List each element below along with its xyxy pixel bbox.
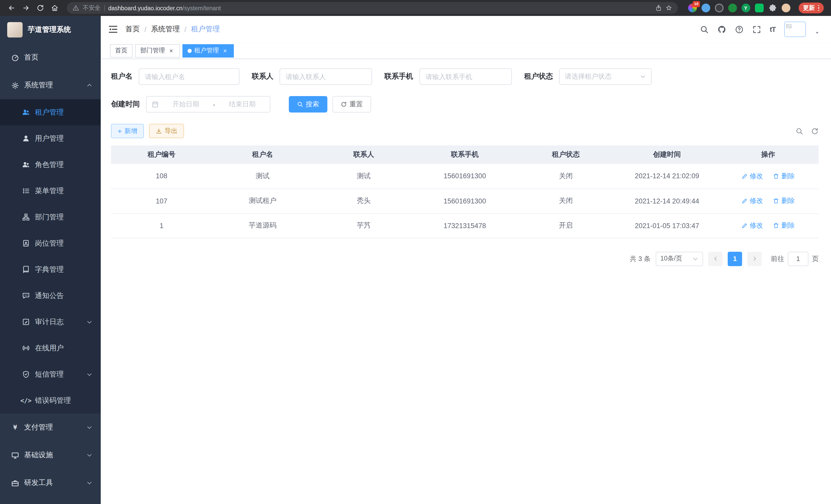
status-select[interactable]: 请选择租户状态	[559, 68, 652, 85]
sidebar-item-infra[interactable]: 基础设施	[0, 441, 101, 469]
tab-close-icon[interactable]: ×	[168, 47, 175, 54]
caret-down-icon[interactable]	[814, 30, 820, 35]
reset-button[interactable]: 重置	[333, 96, 371, 113]
sidebar-item-pay[interactable]: ¥ 支付管理	[0, 414, 101, 441]
tab-dept[interactable]: 部门管理 ×	[135, 44, 180, 57]
dashboard-icon	[11, 54, 19, 61]
page-size-select[interactable]: 10条/页	[656, 251, 703, 266]
extension-green-icon[interactable]	[728, 4, 737, 12]
github-icon[interactable]	[717, 25, 726, 34]
bookmark-star-icon[interactable]	[665, 5, 672, 11]
profile-avatar-icon[interactable]	[781, 4, 790, 12]
page-number-1[interactable]: 1	[728, 251, 742, 266]
chevron-down-icon	[86, 319, 92, 325]
goto-input[interactable]	[788, 251, 808, 266]
sidebar-item-sms[interactable]: 短信管理	[0, 361, 101, 387]
sidebar-item-dev-tool[interactable]: 研发工具	[0, 469, 101, 497]
message-bubble-icon	[22, 292, 30, 299]
breadcrumb-item-home[interactable]: 首页	[125, 25, 140, 34]
cell-name: 芋道源码	[212, 213, 313, 238]
browser-home-icon[interactable]	[48, 2, 61, 14]
fullscreen-icon[interactable]	[752, 25, 761, 34]
pencil-icon	[741, 198, 747, 204]
date-range-picker[interactable]: 开始日期 - 结束日期	[146, 96, 270, 113]
edit-link[interactable]: 修改	[741, 221, 763, 230]
date-end-placeholder[interactable]: 结束日期	[220, 100, 265, 109]
tenant-name-input[interactable]	[139, 68, 239, 85]
filter-row-2: 创建时间 开始日期 - 结束日期 搜索 重置	[111, 96, 819, 113]
filter-row-1: 租户名 联系人 联系手机 租户状态 请选择租户状态	[111, 68, 819, 85]
share-icon[interactable]	[655, 5, 662, 11]
browser-menu-icon[interactable]	[818, 5, 819, 11]
sidebar-toggle-icon[interactable]	[108, 24, 118, 34]
filter-mobile: 联系手机	[384, 68, 512, 85]
pencil-icon	[741, 223, 747, 229]
security-label[interactable]: 不安全	[83, 4, 101, 12]
export-button[interactable]: 导出	[149, 124, 184, 138]
status-label: 租户状态	[524, 72, 553, 81]
user-icon	[22, 135, 30, 142]
edit-link[interactable]: 修改	[741, 172, 763, 181]
extension-chat-icon[interactable]	[755, 4, 764, 12]
delete-link[interactable]: 删除	[773, 196, 795, 206]
sidebar: 芋道管理系统 首页 系统管理 租户管理	[0, 16, 101, 504]
sidebar-item-tenant[interactable]: 租户管理	[0, 99, 101, 125]
delete-link[interactable]: 删除	[773, 172, 795, 181]
extension-rainbow-icon[interactable]: 10	[688, 4, 697, 12]
sidebar-item-error-code[interactable]: </> 错误码管理	[0, 387, 101, 414]
add-button[interactable]: + 新增	[111, 124, 144, 138]
cell-status: 开启	[515, 213, 617, 238]
extension-blue-icon[interactable]	[701, 4, 710, 12]
edit-link[interactable]: 修改	[741, 196, 763, 206]
sidebar-item-audit-log[interactable]: 审计日志	[0, 309, 101, 335]
extension-dark-icon[interactable]	[715, 4, 723, 12]
date-start-placeholder[interactable]: 开始日期	[164, 100, 208, 109]
sidebar-item-home[interactable]: 首页	[0, 44, 101, 71]
contact-input[interactable]	[280, 68, 372, 85]
prev-page-button[interactable]	[708, 251, 722, 266]
search-icon[interactable]	[700, 25, 709, 34]
extension-y-icon[interactable]: Y	[741, 4, 750, 12]
sidebar-item-system[interactable]: 系统管理	[0, 71, 101, 99]
tab-home[interactable]: 首页	[110, 44, 133, 57]
column-header-actions: 操作	[717, 145, 819, 164]
broadcast-icon	[22, 344, 30, 352]
update-button[interactable]: 更新	[798, 3, 824, 13]
org-tree-icon	[22, 213, 30, 221]
sidebar-item-role[interactable]: 角色管理	[0, 152, 101, 178]
url-bar[interactable]: 不安全 dashboard.yudao.iocoder.cn/system/te…	[67, 2, 678, 14]
forward-icon[interactable]	[20, 2, 32, 14]
reload-icon[interactable]	[34, 2, 46, 14]
back-icon[interactable]	[5, 2, 18, 14]
help-icon[interactable]	[735, 25, 744, 34]
menu-list-icon	[22, 187, 30, 195]
sidebar-item-notice[interactable]: 通知公告	[0, 283, 101, 309]
cell-contact: 芋艿	[313, 213, 414, 238]
refresh-table-icon[interactable]	[811, 127, 819, 135]
sidebar-item-user[interactable]: 用户管理	[0, 125, 101, 152]
next-page-button[interactable]	[747, 251, 762, 266]
font-size-icon[interactable]: tT	[770, 25, 775, 33]
toggle-search-icon[interactable]	[796, 127, 803, 135]
sidebar-item-menu[interactable]: 菜单管理	[0, 178, 101, 204]
sidebar-item-dept[interactable]: 部门管理	[0, 204, 101, 230]
sidebar-item-online-user[interactable]: 在线用户	[0, 335, 101, 361]
topbar: 首页 / 系统管理 / 租户管理 tT	[101, 16, 831, 42]
breadcrumb-item-system[interactable]: 系统管理	[151, 25, 180, 34]
cell-actions: 修改 删除	[717, 188, 819, 213]
tab-close-icon[interactable]: ×	[222, 47, 229, 54]
sidebar-item-dict[interactable]: 字典管理	[0, 256, 101, 283]
search-button[interactable]: 搜索	[289, 96, 327, 113]
user-avatar[interactable]	[784, 22, 806, 37]
filter-create-time: 创建时间 开始日期 - 结束日期	[111, 96, 270, 113]
cell-status: 关闭	[515, 164, 617, 188]
extensions-puzzle-icon[interactable]	[768, 4, 777, 12]
create-time-label: 创建时间	[111, 100, 140, 109]
trash-icon	[773, 198, 779, 204]
mobile-input[interactable]	[419, 68, 512, 85]
tab-tenant[interactable]: 租户管理 ×	[182, 44, 234, 57]
column-header-name: 租户名	[212, 145, 313, 164]
sidebar-item-post[interactable]: 岗位管理	[0, 230, 101, 256]
delete-link[interactable]: 删除	[773, 221, 795, 230]
app-logo[interactable]: 芋道管理系统	[0, 16, 101, 44]
